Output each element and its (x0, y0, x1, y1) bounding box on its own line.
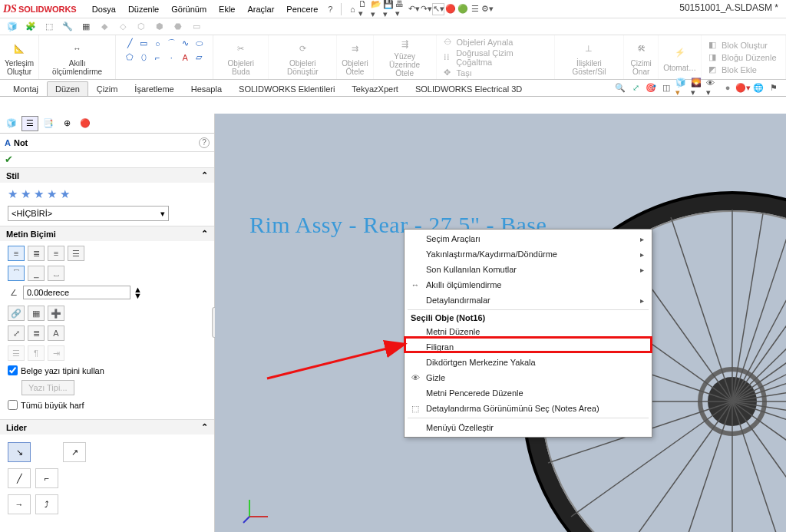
ctx-son-komutlar[interactable]: Son Kullanılan Komutlar▸ (405, 262, 652, 277)
rg-otomat[interactable]: ⚡ Otomat… (659, 35, 702, 79)
rl-tasi[interactable]: Taşı (457, 68, 472, 78)
menu-tools[interactable]: Araçlar (242, 5, 281, 14)
ctx-gizle[interactable]: 👁Gizle (405, 370, 652, 385)
view-triad[interactable] (242, 494, 272, 524)
vi-flag-icon[interactable]: ⚑ (768, 81, 780, 94)
slot-icon[interactable]: ⬭ (193, 38, 205, 50)
rg-buda[interactable]: ✂ Objeleri Buda (213, 35, 269, 79)
rl-blokduzenle[interactable]: Bloğu Düzenle (722, 53, 777, 62)
align-left-icon[interactable]: ≡ (8, 246, 25, 261)
menu-file[interactable]: Dosya (86, 5, 122, 14)
ctx-dikdortgen[interactable]: Dikdörtgen Merkezine Yakala (405, 355, 652, 370)
list-icon[interactable]: ☰ (8, 345, 25, 361)
point-icon[interactable]: · (165, 51, 177, 64)
rebuild-icon[interactable]: 🔴 (444, 3, 457, 15)
valign-bot-icon[interactable]: ⎵ (48, 266, 64, 281)
tab-montaj[interactable]: Montaj (5, 81, 47, 96)
fav-2-icon[interactable]: ★ (21, 187, 31, 201)
fillet-icon[interactable]: ⌐ (151, 51, 163, 64)
menu-window[interactable]: Pencere (280, 5, 324, 14)
leader-opt-3[interactable]: ╱ (8, 468, 31, 488)
save-icon[interactable]: 💾▾ (383, 3, 395, 15)
vi-dot[interactable]: ● (722, 81, 734, 94)
vi-hud-icon[interactable]: 🎯 (645, 81, 657, 94)
tab-hesapla[interactable]: Hesapla (183, 81, 230, 96)
qt-3[interactable]: ⬚ (43, 21, 55, 33)
undo-icon[interactable]: ↶▾ (408, 3, 420, 15)
leader-opt-6[interactable]: ⤴ (35, 494, 58, 514)
spline-icon[interactable]: ∿ (179, 38, 191, 50)
menu-edit[interactable]: Düzenle (122, 5, 165, 14)
fm-tree-icon[interactable]: 🧊 (3, 116, 20, 131)
edit-block-icon[interactable]: ◨ (706, 51, 718, 64)
tab-duzen[interactable]: Düzen (47, 81, 88, 96)
rl-blokolustur[interactable]: Blok Oluştur (722, 41, 768, 50)
settings-icon[interactable]: ⚙▾ (481, 3, 494, 15)
font-button[interactable]: Yazı Tipi... (21, 380, 74, 395)
pm-help-icon[interactable]: ? (199, 137, 210, 148)
menu-insert[interactable]: Ekle (213, 5, 241, 14)
graphics-area[interactable]: Rim Assy - Rear - 27.5" - Base (215, 114, 786, 532)
tab-tekyaz[interactable]: TekyazXpert (343, 81, 407, 96)
vi-eye-icon[interactable]: 👁▾ (706, 81, 718, 94)
ctx-metni-pencere[interactable]: Metni Pencerede Düzenle (405, 385, 652, 401)
tab-cizim[interactable]: Çizim (88, 81, 127, 96)
rg-otele[interactable]: ⇉ ObjeleriÖtele (337, 35, 373, 79)
align-justify-icon[interactable]: ☰ (68, 246, 84, 261)
qt-2[interactable]: 🧩 (25, 21, 37, 33)
fm-config-icon[interactable]: 📑 (40, 116, 57, 131)
vi-render-icon[interactable]: 🌐 (752, 81, 765, 94)
fm-target-icon[interactable]: ⊕ (58, 116, 75, 131)
help-icon[interactable]: ? (324, 3, 336, 15)
new-icon[interactable]: 🗋▾ (358, 3, 371, 15)
vi-scene-icon[interactable]: 🌄▾ (691, 81, 703, 94)
fm-appearance-icon[interactable]: 🔴 (77, 116, 94, 131)
rg-yerlesmolustur[interactable]: 📐 YerleşimOluştur (0, 35, 39, 79)
link-icon[interactable]: 🔗 (8, 306, 25, 321)
leader-opt-1[interactable]: ↘ (8, 442, 31, 462)
para-icon[interactable]: ¶ (28, 345, 45, 361)
vi-display-icon[interactable]: 🧊▾ (675, 81, 688, 94)
ok-check-icon[interactable]: ✔ (5, 154, 13, 165)
spin-down-icon[interactable]: ▼ (134, 292, 142, 299)
sec-head-stil[interactable]: Stil⌃ (0, 168, 214, 183)
qt-8[interactable]: ⬡ (135, 21, 147, 33)
linear-pattern-icon[interactable]: ⁞⁞ (441, 51, 454, 64)
fav-1-icon[interactable]: ★ (8, 187, 18, 201)
rl-blokekle[interactable]: Blok Ekle (722, 65, 757, 74)
mirror-icon[interactable]: ⦵ (441, 36, 454, 48)
qt-4[interactable]: 🔧 (61, 21, 74, 33)
qt-1[interactable]: 🧊 (6, 21, 18, 33)
ctx-akilli-olcum[interactable]: ↔Akıllı ölçümlendirme (405, 277, 652, 292)
align-right-icon[interactable]: ≡ (48, 246, 64, 261)
rg-donustur[interactable]: ⟳ Objeleri Dönüştür (269, 35, 337, 79)
sec-head-metin[interactable]: Metin Biçimi⌃ (0, 226, 214, 241)
redo-icon[interactable]: ↷▾ (420, 3, 432, 15)
plane-icon[interactable]: ▱ (193, 51, 205, 64)
tab-icon[interactable]: ⇥ (48, 345, 64, 361)
leader-opt-5[interactable]: → (8, 494, 31, 514)
tab-eklentiler[interactable]: SOLIDWORKS Eklentileri (230, 81, 343, 96)
text-a-icon[interactable]: A (179, 51, 191, 64)
ctx-metni-duzenle[interactable]: Metni Düzenle (405, 324, 652, 339)
make-block-icon[interactable]: ◧ (706, 39, 718, 51)
allcaps-checkbox[interactable] (8, 400, 18, 410)
qt-9[interactable]: ⬢ (154, 21, 166, 33)
angle-input[interactable] (23, 286, 130, 299)
char-a-icon[interactable]: A (48, 325, 64, 341)
valign-top-icon[interactable]: ⎴ (8, 266, 25, 281)
qt-5[interactable]: ▦ (80, 21, 92, 33)
leader-opt-2[interactable]: ↗ (63, 442, 86, 462)
rebuild2-icon[interactable]: 🟢 (457, 3, 469, 15)
qt-10[interactable]: ⬣ (172, 21, 184, 33)
fav-4-icon[interactable]: ★ (47, 187, 57, 201)
style-combo[interactable]: <HİÇBİRİ> ▾ (8, 206, 169, 221)
tab-electrical[interactable]: SOLIDWORKS Electrical 3D (407, 81, 530, 96)
move-icon[interactable]: ✥ (441, 67, 454, 79)
arc-icon[interactable]: ⌒ (165, 38, 177, 50)
select-icon[interactable]: ↖▾ (432, 3, 444, 15)
vi-appearance-icon[interactable]: 🔴▾ (737, 81, 749, 94)
ctx-menuyu-ozellestir[interactable]: Menüyü Özelleştir (405, 420, 652, 435)
rg-onar[interactable]: 🛠 ÇizimiOnar (624, 35, 659, 79)
leader-opt-4[interactable]: ⌐ (35, 468, 58, 488)
